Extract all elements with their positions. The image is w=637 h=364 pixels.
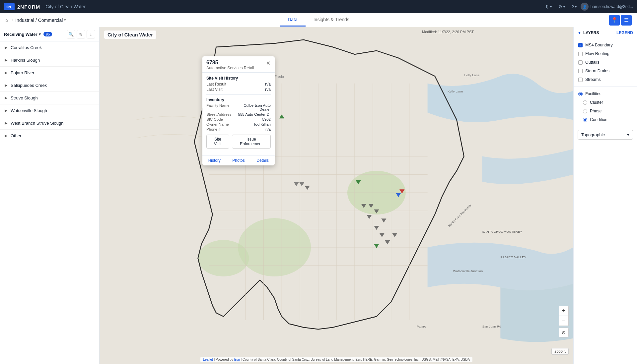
- help-button[interactable]: ? ▾: [569, 3, 579, 11]
- search-button[interactable]: 🔍: [67, 30, 75, 38]
- outfalls-label: Outfalls: [585, 60, 599, 65]
- layer-outfalls[interactable]: Outfalls: [574, 58, 637, 67]
- list-item-label: Pajaro River: [11, 70, 35, 75]
- inventory-row: SIC Code 5902: [206, 117, 271, 121]
- filter-label[interactable]: Receiving Water ▾ 95: [4, 32, 52, 37]
- layer-flow-routing[interactable]: Flow Routing: [574, 49, 637, 58]
- map-canvas: Santa Cruz Monterey Pajaro Watsonville J…: [100, 27, 573, 364]
- transfer-button[interactable]: ⇅ ▾: [543, 3, 554, 11]
- breadcrumb-current[interactable]: Industrial / Commercial ▾: [15, 18, 66, 23]
- home-button[interactable]: ⌂: [5, 18, 8, 23]
- layer-condition[interactable]: Condition: [574, 115, 637, 124]
- logo[interactable]: 2N 2NFORM: [4, 3, 40, 10]
- breadcrumb-chevron-icon: ▾: [64, 18, 66, 22]
- tab-photos[interactable]: Photos: [227, 155, 251, 165]
- filter-button[interactable]: ⚟: [77, 30, 85, 38]
- basemap-dropdown[interactable]: Topographic ▾: [578, 130, 633, 140]
- inv-address-value: 555 Auto Center Dr: [238, 112, 271, 116]
- svg-text:Holly Lane: Holly Lane: [464, 73, 479, 77]
- menu-button[interactable]: ☰: [621, 15, 632, 26]
- count-badge: 95: [43, 32, 52, 36]
- cluster-radio[interactable]: [583, 100, 587, 105]
- header-icons: 🔍 ⚟ ↓: [67, 30, 95, 38]
- legend-button[interactable]: LEGEND: [616, 30, 633, 35]
- logo-text: 2NFORM: [17, 4, 40, 10]
- svg-text:PAJARO VALLEY: PAJARO VALLEY: [500, 255, 527, 259]
- list-item-label: Corralitos Creek: [11, 45, 42, 50]
- streams-checkbox[interactable]: [578, 78, 583, 82]
- list-item[interactable]: ▶ Salsipuedes Creek: [0, 79, 99, 92]
- layer-streams[interactable]: Streams: [574, 75, 637, 84]
- list-arrow-icon: ▶: [5, 71, 7, 75]
- issue-enforcement-button[interactable]: Issue Enforcement: [232, 135, 271, 149]
- nav-actions: ⇅ ▾ ⚙ ▾ ? ▾ 👤 harrison.howard@2nd...: [543, 3, 633, 11]
- map-area[interactable]: Santa Cruz Monterey Pajaro Watsonville J…: [100, 27, 573, 364]
- basemap-label: Topographic: [581, 132, 605, 137]
- popup-close-button[interactable]: ✕: [265, 60, 271, 66]
- basemap-chevron-icon: ▾: [627, 132, 629, 137]
- outfalls-checkbox[interactable]: [578, 60, 583, 65]
- map-popup: 6785 Automotive Services Retail ✕ Site V…: [202, 56, 275, 165]
- user-menu[interactable]: 👤 harrison.howard@2nd...: [581, 3, 633, 11]
- list-item[interactable]: ▶ Corralitos Creek: [0, 41, 99, 54]
- layer-cluster[interactable]: Cluster: [574, 98, 637, 107]
- filter-chevron-icon: ▾: [39, 32, 41, 36]
- layer-facilities[interactable]: Facilities: [574, 90, 637, 98]
- flow-routing-checkbox[interactable]: [578, 52, 583, 56]
- inventory-section-title: Inventory: [206, 97, 271, 102]
- map-title: City of Clean Water: [104, 30, 156, 39]
- popup-divider: [206, 94, 271, 95]
- condition-radio[interactable]: [583, 118, 587, 122]
- avatar-icon: 👤: [583, 5, 587, 9]
- esri-link[interactable]: Esri: [234, 358, 240, 361]
- layer-storm-drains[interactable]: Storm Drains: [574, 67, 637, 75]
- settings-button[interactable]: ⚙ ▾: [556, 3, 568, 11]
- list-item[interactable]: ▶ Struve Slough: [0, 92, 99, 104]
- popup-header: 6785 Automotive Services Retail ✕: [202, 56, 275, 73]
- last-result-label: Last Result: [206, 82, 226, 87]
- svg-text:Fredo: Fredo: [274, 75, 284, 79]
- inv-sic-label: SIC Code: [206, 117, 233, 121]
- tab-insights[interactable]: Insights & Trends: [306, 14, 357, 27]
- locate-button[interactable]: ⊙: [559, 328, 569, 337]
- ms4-boundary-checkbox[interactable]: [578, 43, 583, 47]
- layers-dropdown-icon: ▼: [578, 31, 581, 35]
- layer-ms4-boundary[interactable]: MS4 Boundary: [574, 41, 637, 49]
- zoom-in-button[interactable]: +: [559, 306, 569, 316]
- map-pin-button[interactable]: 📍: [609, 15, 620, 26]
- svg-text:2N: 2N: [6, 5, 11, 9]
- flow-routing-label: Flow Routing: [585, 51, 609, 56]
- tab-history[interactable]: History: [202, 155, 227, 165]
- list-item[interactable]: ▶ West Branch Struve Slough: [0, 117, 99, 130]
- leaflet-link[interactable]: Leaflet: [203, 358, 213, 361]
- layers-list: MS4 Boundary Flow Routing Outfalls Storm…: [574, 38, 637, 87]
- facilities-radio[interactable]: [578, 92, 583, 96]
- popup-actions: Site Visit Issue Enforcement: [206, 135, 271, 149]
- svg-text:Kelly Lane: Kelly Lane: [448, 90, 463, 93]
- list-item[interactable]: ▶ Pajaro River: [0, 67, 99, 79]
- download-button[interactable]: ↓: [87, 30, 95, 38]
- scale-bar: 2000 ft: [551, 348, 569, 355]
- svg-text:San Juan Rd: San Juan Rd: [482, 325, 501, 328]
- zoom-out-button[interactable]: −: [559, 316, 569, 326]
- main-tabs: Data Insights & Trends: [280, 14, 357, 27]
- popup-subtitle: Automotive Services Retail: [206, 66, 271, 70]
- layer-phase[interactable]: Phase: [574, 107, 637, 115]
- list-item[interactable]: ▶ Other: [0, 130, 99, 142]
- popup-tabs: History Photos Details: [202, 155, 275, 165]
- facilities-section: Facilities Cluster Phase Condition: [574, 87, 637, 127]
- site-visit-button[interactable]: Site Visit: [206, 135, 229, 149]
- tab-details[interactable]: Details: [250, 155, 275, 165]
- inventory-row: Phone # n/a: [206, 127, 271, 131]
- list-arrow-icon: ▶: [5, 45, 7, 50]
- phase-radio[interactable]: [583, 109, 587, 113]
- list-arrow-icon: ▶: [5, 96, 7, 100]
- list-item[interactable]: ▶ Harkins Slough: [0, 54, 99, 67]
- storm-drains-checkbox[interactable]: [578, 69, 583, 73]
- tab-data[interactable]: Data: [280, 14, 306, 27]
- storm-drains-label: Storm Drains: [585, 69, 609, 73]
- inv-phone-value: n/a: [265, 127, 271, 131]
- breadcrumb-label: Industrial / Commercial: [15, 18, 63, 23]
- facilities-label: Facilities: [585, 91, 602, 96]
- list-item[interactable]: ▶ Watsonville Slough: [0, 104, 99, 117]
